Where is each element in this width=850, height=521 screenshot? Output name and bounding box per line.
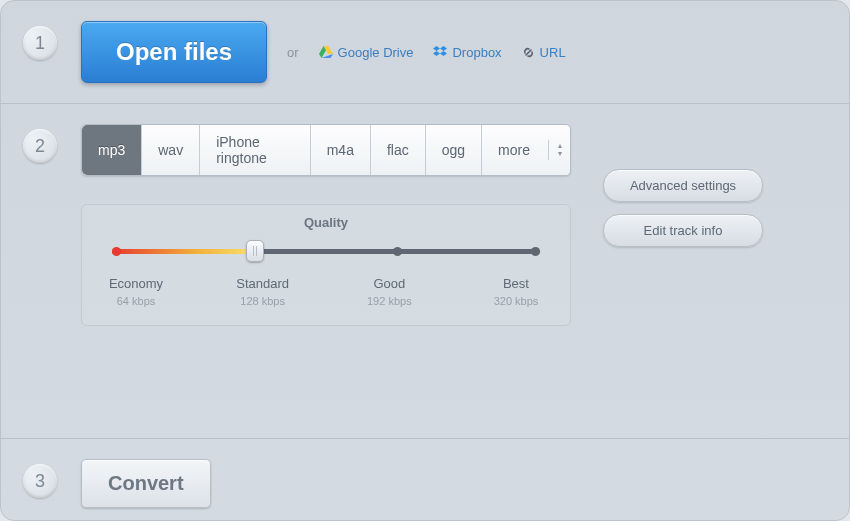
link-icon: [522, 46, 535, 59]
edit-track-info-button[interactable]: Edit track info: [603, 214, 763, 247]
quality-bitrate: 128 kbps: [223, 295, 303, 307]
quality-bitrate: 192 kbps: [349, 295, 429, 307]
step-3: 3 Convert: [1, 439, 849, 521]
convert-button[interactable]: Convert: [81, 459, 211, 508]
svg-marker-3: [433, 46, 440, 51]
format-tab-wav[interactable]: wav: [142, 125, 200, 175]
source-url[interactable]: URL: [522, 45, 566, 60]
step-2: 2 mp3 wav iPhone ringtone m4a flac ogg m…: [1, 104, 849, 439]
source-dropbox[interactable]: Dropbox: [433, 45, 501, 60]
source-google-drive[interactable]: Google Drive: [319, 45, 414, 60]
step-1: 1 Open files or Google Drive Dropbox: [1, 1, 849, 104]
open-files-button[interactable]: Open files: [81, 21, 267, 83]
slider-tick-good[interactable]: [393, 247, 402, 256]
side-buttons: Advanced settings Edit track info: [603, 169, 763, 247]
more-stepper-icon[interactable]: ▴▾: [548, 140, 564, 160]
advanced-settings-button[interactable]: Advanced settings: [603, 169, 763, 202]
audio-converter-app: 1 Open files or Google Drive Dropbox: [0, 0, 850, 521]
quality-level-standard: Standard 128 kbps: [223, 276, 303, 307]
dropbox-icon: [433, 46, 447, 58]
dropbox-label: Dropbox: [452, 45, 501, 60]
format-tab-ogg[interactable]: ogg: [426, 125, 482, 175]
quality-bitrate: 320 kbps: [476, 295, 556, 307]
step-badge-1: 1: [23, 26, 57, 60]
quality-name: Economy: [96, 276, 176, 291]
quality-title: Quality: [102, 215, 550, 230]
step-badge-2: 2: [23, 129, 57, 163]
quality-level-best: Best 320 kbps: [476, 276, 556, 307]
step-badge-3: 3: [23, 464, 57, 498]
format-tab-more-label: more: [498, 142, 530, 158]
quality-level-good: Good 192 kbps: [349, 276, 429, 307]
quality-slider[interactable]: [112, 244, 540, 258]
quality-name: Good: [349, 276, 429, 291]
quality-panel: Quality Economy 64 kbps Standard 128 kbp…: [81, 204, 571, 326]
quality-name: Best: [476, 276, 556, 291]
svg-marker-5: [433, 51, 440, 56]
format-tab-mp3[interactable]: mp3: [82, 125, 142, 175]
url-label: URL: [540, 45, 566, 60]
open-row: Open files or Google Drive Dropbox URL: [81, 21, 819, 83]
quality-bitrate: 64 kbps: [96, 295, 176, 307]
svg-marker-6: [440, 51, 447, 56]
quality-labels: Economy 64 kbps Standard 128 kbps Good 1…: [96, 276, 556, 307]
quality-name: Standard: [223, 276, 303, 291]
format-tab-flac[interactable]: flac: [371, 125, 426, 175]
google-drive-label: Google Drive: [338, 45, 414, 60]
slider-tick-best[interactable]: [531, 247, 540, 256]
slider-track-fill: [112, 249, 255, 254]
svg-marker-4: [440, 46, 447, 51]
quality-level-economy: Economy 64 kbps: [96, 276, 176, 307]
google-drive-icon: [319, 46, 333, 58]
format-tab-m4a[interactable]: m4a: [311, 125, 371, 175]
format-tab-iphone-ringtone[interactable]: iPhone ringtone: [200, 125, 311, 175]
slider-tick-economy[interactable]: [112, 247, 121, 256]
or-text: or: [287, 45, 299, 60]
format-tab-more[interactable]: more ▴▾: [482, 125, 570, 175]
slider-thumb[interactable]: [246, 240, 264, 262]
format-tabs: mp3 wav iPhone ringtone m4a flac ogg mor…: [81, 124, 571, 176]
